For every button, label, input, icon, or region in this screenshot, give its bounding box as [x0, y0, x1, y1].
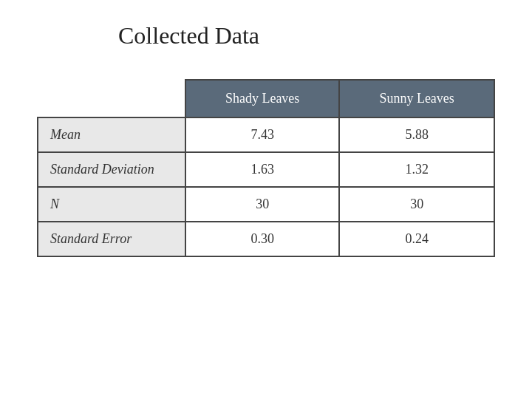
row-sunny-value: 0.24 [339, 222, 494, 256]
table-row: N3030 [38, 187, 494, 222]
row-sunny-value: 30 [339, 187, 494, 222]
row-label: Standard Error [38, 222, 185, 256]
table-row: Standard Error0.300.24 [38, 222, 494, 256]
row-label: Standard Deviation [38, 152, 185, 187]
row-sunny-value: 5.88 [339, 117, 494, 152]
data-table-wrapper: Shady Leaves Sunny Leaves Mean7.435.88St… [37, 79, 495, 257]
header-empty [38, 80, 185, 117]
row-shady-value: 1.63 [185, 152, 339, 187]
row-shady-value: 30 [185, 187, 339, 222]
row-sunny-value: 1.32 [339, 152, 494, 187]
header-shady-leaves: Shady Leaves [185, 80, 339, 117]
row-shady-value: 7.43 [185, 117, 339, 152]
header-sunny-leaves: Sunny Leaves [339, 80, 494, 117]
collected-data-table: Shady Leaves Sunny Leaves Mean7.435.88St… [37, 79, 495, 257]
page-title: Collected Data [118, 22, 259, 50]
table-header-row: Shady Leaves Sunny Leaves [38, 80, 494, 117]
table-row: Mean7.435.88 [38, 117, 494, 152]
table-row: Standard Deviation1.631.32 [38, 152, 494, 187]
row-shady-value: 0.30 [185, 222, 339, 256]
row-label: N [38, 187, 185, 222]
row-label: Mean [38, 117, 185, 152]
